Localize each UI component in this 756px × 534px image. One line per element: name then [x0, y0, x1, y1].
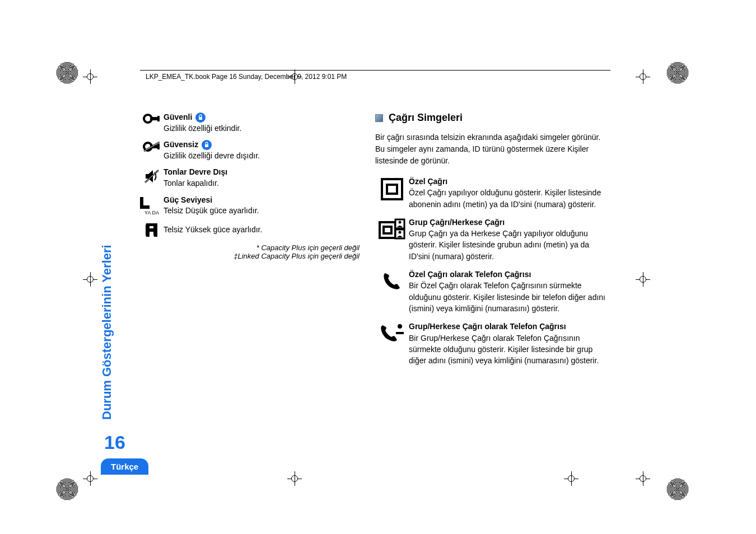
registration-mark — [83, 272, 97, 287]
registration-mark — [83, 471, 97, 486]
footnote-1: * Capacity Plus için geçerli değil — [140, 243, 360, 252]
group-call-title: Grup Çağrı/Herkese Çağrı — [409, 217, 610, 228]
unsecure-title: Güvensiz — [164, 139, 198, 151]
tones-off-icon — [140, 167, 164, 189]
entry-private-phone-call: Özel Çağrı olarak Telefon Çağrısı Bir Öz… — [375, 269, 610, 314]
svg-rect-6 — [157, 144, 160, 149]
entry-power: YA DA Güç Seviyesi Telsiz Düşük güce aya… — [140, 195, 364, 217]
svg-rect-14 — [146, 228, 157, 232]
svg-point-23 — [398, 324, 402, 329]
unsecure-badge-icon — [202, 140, 212, 150]
footnote-2: ‡Linked Capacity Plus için geçerli değil — [140, 252, 360, 260]
svg-rect-17 — [380, 222, 395, 238]
group-call-icon — [375, 217, 409, 262]
secure-badge-icon — [195, 113, 206, 123]
entry-group-call: Grup Çağrı/Herkese Çağrı Grup Çağrı ya d… — [375, 217, 610, 262]
header-text: LKP_EMEA_TK.book Page 16 Sunday, Decembe… — [146, 73, 347, 81]
group-phone-call-icon — [375, 321, 409, 366]
svg-rect-18 — [384, 227, 391, 233]
secure-icon — [140, 112, 164, 134]
tones-title: Tonlar Devre Dışı — [164, 167, 364, 178]
private-call-title: Özel Çağrı — [409, 176, 610, 187]
tones-desc: Tonlar kapalıdır. — [164, 178, 364, 189]
power-high-desc: Telsiz Yüksek güce ayarlıdır. — [164, 224, 364, 236]
power-high-icon — [140, 222, 164, 238]
private-phone-call-icon — [375, 269, 409, 314]
right-column: Çağrı Simgeleri Bir çağrı sırasında tels… — [375, 112, 610, 373]
unsecure-icon — [140, 139, 164, 161]
entry-unsecure: Güvensiz Gizlilik özelliği devre dışıdır… — [140, 139, 364, 161]
registration-mark — [83, 69, 97, 84]
entry-secure: Güvenli Gizlilik özelliği etkindir. — [140, 112, 364, 134]
language-tab: Türkçe — [101, 458, 148, 475]
svg-rect-2 — [157, 116, 160, 121]
printer-mark-tr — [666, 62, 689, 84]
svg-rect-15 — [382, 179, 402, 199]
svg-rect-3 — [199, 117, 202, 120]
svg-rect-9 — [205, 144, 208, 147]
header-rule — [140, 70, 610, 71]
group-phone-call-title: Grup/Herkese Çağrı olarak Telefon Çağrıs… — [409, 321, 610, 332]
power-low-icon: YA DA — [140, 195, 164, 217]
page-number: 16 — [104, 432, 125, 453]
svg-point-22 — [399, 231, 402, 233]
entry-tones: Tonlar Devre Dışı Tonlar kapalıdır. — [140, 167, 364, 189]
entry-power-high: Telsiz Yüksek güce ayarlıdır. — [140, 222, 364, 238]
private-call-icon — [375, 176, 409, 210]
section-title: Çağrı Simgeleri — [389, 112, 463, 124]
page-area: LKP_EMEA_TK.book Page 16 Sunday, Decembe… — [101, 50, 655, 487]
group-phone-call-desc: Bir Grup/Herkese Çağrı olarak Telefon Ça… — [409, 332, 610, 367]
svg-point-20 — [399, 221, 402, 223]
private-phone-call-desc: Bir Özel Çağrı olarak Telefon Çağrısının… — [409, 280, 610, 314]
printer-mark-bl — [56, 478, 78, 500]
group-call-desc: Grup Çağrı ya da Herkese Çağrı yapılıyor… — [409, 228, 610, 262]
entry-private-call: Özel Çağrı Özel Çağrı yapılıyor olduğunu… — [375, 176, 610, 210]
footnotes: * Capacity Plus için geçerli değil ‡Link… — [140, 243, 364, 260]
secure-desc: Gizlilik özelliği etkindir. — [164, 123, 364, 134]
ya-da-label: YA DA — [140, 209, 164, 217]
left-column: Güvenli Gizlilik özelliği etkindir. Güve… — [140, 112, 364, 260]
svg-rect-24 — [396, 332, 404, 334]
private-call-desc: Özel Çağrı yapılıyor olduğunu gösterir. … — [409, 187, 610, 210]
secure-title: Güvenli — [164, 112, 192, 123]
printer-mark-br — [666, 478, 689, 500]
section-bullet-icon — [375, 114, 383, 122]
power-title: Güç Seviyesi — [164, 195, 364, 206]
section-heading: Çağrı Simgeleri — [375, 112, 610, 124]
private-phone-call-title: Özel Çağrı olarak Telefon Çağrısı — [409, 269, 610, 280]
section-intro: Bir çağrı sırasında telsizin ekranında a… — [375, 132, 610, 167]
entry-group-phone-call: Grup/Herkese Çağrı olarak Telefon Çağrıs… — [375, 321, 610, 366]
power-desc: Telsiz Düşük güce ayarlıdır. — [164, 205, 364, 217]
sidebar-title: Durum Göstergelerinin Yerleri — [100, 245, 114, 420]
printer-mark-tl — [56, 62, 78, 84]
svg-rect-16 — [387, 185, 397, 194]
unsecure-desc: Gizlilik özelliği devre dışıdır. — [164, 151, 364, 162]
